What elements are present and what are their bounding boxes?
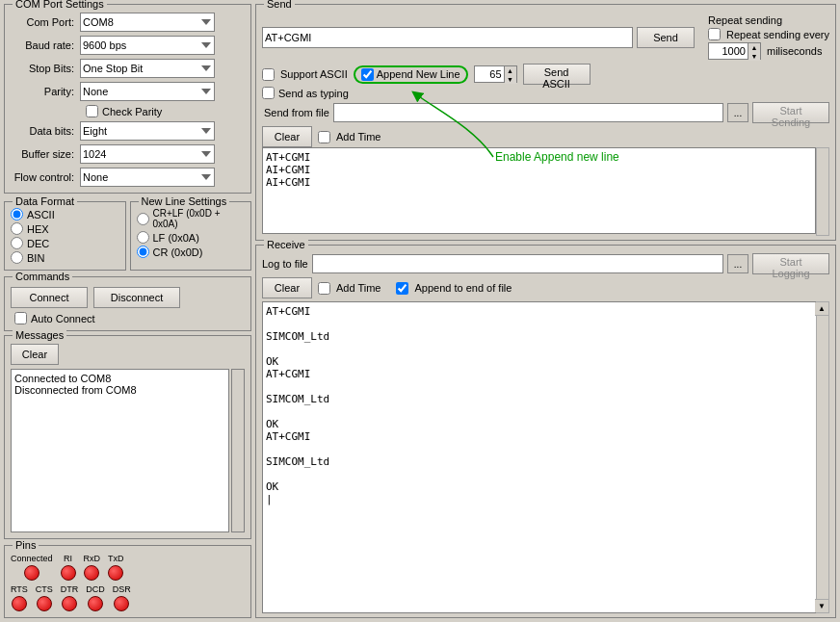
right-panel: Send Send Repeat sending Repeat sending …: [255, 0, 840, 622]
receive-textarea-container: AT+CGMI SIMCOM_Ltd OK AT+CGMI SIMCOM_Ltd…: [262, 298, 829, 613]
disconnect-button[interactable]: Disconnect: [93, 287, 180, 308]
format-ascii-label: ASCII: [27, 209, 55, 220]
data-bits-row: Data bits: Eight: [11, 121, 245, 141]
ascii-spinbox-arrows: ▲ ▼: [505, 65, 517, 83]
receive-add-time-checkbox[interactable]: [318, 282, 330, 295]
pin-cts-light: [37, 596, 52, 611]
receive-scrollbar[interactable]: ▲ ▼: [816, 301, 829, 613]
pin-rxd-label: RxD: [84, 554, 101, 563]
com-port-select[interactable]: COM8: [80, 13, 215, 32]
send-file-input-box[interactable]: [333, 103, 723, 122]
send-ascii-button[interactable]: Send ASCII: [523, 64, 591, 85]
receive-scroll-down[interactable]: ▼: [815, 599, 828, 612]
commands-title: Commands: [13, 271, 72, 282]
pin-cts-label: CTS: [36, 584, 53, 594]
pin-dsr-light: [114, 596, 129, 611]
com-port-settings-group: COM Port Settings Com Port: COM8 Baud ra…: [4, 4, 251, 194]
repeat-ms-up-arrow[interactable]: ▲: [748, 43, 760, 52]
format-hex-radio[interactable]: [11, 222, 23, 235]
pins-row2: RTS CTS DTR DCD DSR: [11, 584, 245, 611]
pin-connected: Connected: [11, 554, 53, 581]
parity-row: Parity: None: [11, 82, 245, 101]
nl-lf-radio[interactable]: [137, 231, 149, 244]
repeat-ms-input[interactable]: [708, 42, 748, 60]
pin-ri: RI: [61, 554, 76, 581]
parity-select[interactable]: None: [80, 82, 215, 101]
nl-cr-radio[interactable]: [137, 246, 149, 258]
format-dec-row: DEC: [11, 237, 119, 249]
auto-connect-checkbox[interactable]: [14, 312, 27, 324]
receive-textarea[interactable]: AT+CGMI SIMCOM_Ltd OK AT+CGMI SIMCOM_Ltd…: [262, 301, 829, 613]
format-ascii-row: ASCII: [11, 208, 119, 220]
receive-title: Receive: [264, 239, 308, 250]
stop-bits-select[interactable]: One Stop Bit: [80, 59, 215, 78]
format-dec-radio[interactable]: [11, 237, 23, 249]
messages-scrollbar[interactable]: [231, 369, 245, 532]
send-title: Send: [264, 0, 295, 10]
receive-clear-button[interactable]: Clear: [262, 277, 312, 298]
send-input[interactable]: [262, 27, 633, 48]
send-as-typing-checkbox[interactable]: [262, 87, 275, 99]
format-bin-label: BIN: [27, 252, 44, 264]
support-ascii-checkbox[interactable]: [262, 68, 275, 81]
pins-group: Pins Connected RI RxD TxD: [4, 545, 251, 618]
pin-txd-light: [108, 565, 123, 581]
ascii-down-arrow[interactable]: ▼: [505, 75, 516, 84]
receive-scroll-up[interactable]: ▲: [815, 302, 828, 316]
data-format-group: Data Format ASCII HEX DEC BIN: [4, 201, 126, 271]
send-add-time-label: Add Time: [336, 131, 381, 143]
nl-crlf-row: CR+LF (0x0D + 0x0A): [137, 208, 246, 229]
pin-rts: RTS: [11, 584, 28, 611]
send-textarea[interactable]: AT+CGMI AI+CGMI AI+CGMI: [262, 147, 816, 234]
start-logging-button[interactable]: Start Logging: [752, 253, 829, 274]
pin-dtr-light: [62, 596, 77, 611]
check-parity-label: Check Parity: [102, 106, 162, 117]
start-sending-button[interactable]: Start Sending: [752, 102, 829, 123]
messages-clear-button[interactable]: Clear: [11, 344, 59, 365]
log-file-input-box[interactable]: [312, 254, 723, 273]
check-parity-checkbox[interactable]: [86, 105, 98, 117]
send-button[interactable]: Send: [637, 27, 695, 48]
repeat-row2: ▲ ▼ miliseconds: [708, 42, 822, 60]
send-file-browse-button[interactable]: ...: [727, 103, 748, 122]
repeat-sending-title: Repeat sending: [708, 14, 782, 26]
repeat-ms-down-arrow[interactable]: ▼: [748, 52, 760, 61]
ascii-up-arrow[interactable]: ▲: [505, 66, 516, 75]
receive-add-time-label: Add Time: [336, 282, 381, 294]
messages-content: Clear Connected to COM8 Disconnected fro…: [11, 344, 245, 532]
log-to-file-section: Log to file ... Start Logging: [262, 253, 829, 274]
flow-control-row: Flow control: None: [11, 168, 245, 187]
left-panel: COM Port Settings Com Port: COM8 Baud ra…: [0, 0, 255, 622]
append-to-end-label: Append to end of file: [414, 282, 512, 294]
com-port-row: Com Port: COM8: [11, 13, 245, 32]
ascii-value-input[interactable]: [474, 65, 505, 83]
pin-connected-label: Connected: [11, 554, 53, 563]
buffer-size-select[interactable]: 1024: [80, 144, 215, 164]
baud-rate-label: Baud rate:: [11, 39, 80, 51]
send-file-row: Send from file ... Start Sending: [262, 102, 829, 123]
send-as-typing-label: Send as typing: [278, 88, 349, 99]
pin-rts-light: [12, 596, 27, 611]
format-ascii-radio[interactable]: [11, 208, 23, 220]
messages-text: Connected to COM8 Disconnected from COM8: [11, 369, 229, 532]
new-line-settings-title: New Line Settings: [139, 195, 230, 207]
repeat-sending-checkbox[interactable]: [708, 28, 721, 40]
send-scrollbar[interactable]: [816, 147, 829, 236]
auto-connect-label: Auto Connect: [31, 313, 95, 324]
connect-button[interactable]: Connect: [11, 287, 88, 308]
append-to-end-checkbox[interactable]: [396, 282, 408, 295]
data-bits-select[interactable]: Eight: [80, 121, 215, 141]
data-bits-label: Data bits:: [11, 125, 80, 137]
flow-control-select[interactable]: None: [80, 168, 215, 187]
receive-options-row: Clear Add Time Append to end of file: [262, 277, 829, 298]
baud-rate-select[interactable]: 9600 bps: [80, 36, 215, 55]
nl-crlf-radio[interactable]: [137, 213, 149, 225]
format-hex-row: HEX: [11, 222, 119, 235]
log-file-browse-button[interactable]: ...: [727, 254, 748, 273]
send-add-time-checkbox[interactable]: [318, 131, 330, 143]
append-new-line-checkbox[interactable]: [361, 68, 374, 81]
send-textarea-container: AT+CGMI AI+CGMI AI+CGMI Enable Append ne…: [262, 147, 829, 236]
format-bin-radio[interactable]: [11, 251, 23, 264]
send-clear-button[interactable]: Clear: [262, 126, 312, 147]
stop-bits-row: Stop Bits: One Stop Bit: [11, 59, 245, 78]
